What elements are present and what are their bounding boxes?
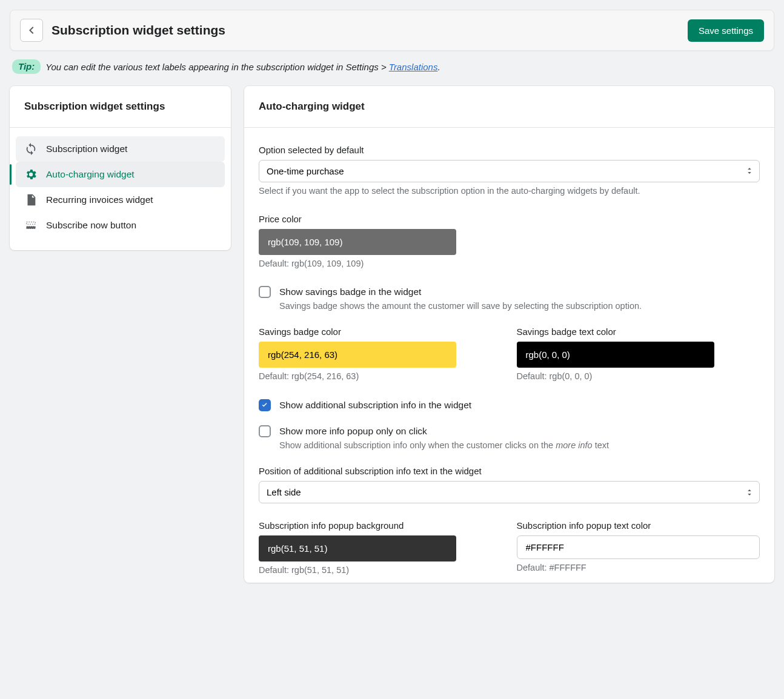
tip-text: You can edit the various text labels app… [45, 61, 440, 73]
position-info-label: Position of additional subscription info… [259, 465, 760, 477]
sidebar-card: Subscription widget settings Subscriptio… [10, 86, 231, 250]
button-icon [24, 219, 38, 232]
field-position-info: Position of additional subscription info… [259, 465, 760, 503]
show-additional-label: Show additional subscription info in the… [279, 399, 471, 412]
field-popup-text: Subscription info popup text color Defau… [517, 519, 760, 576]
sidebar-title: Subscription widget settings [10, 86, 231, 128]
popup-bg-label: Subscription info popup background [259, 519, 502, 532]
page-header: Subscription widget settings Save settin… [10, 10, 774, 51]
sidebar-item-auto-charging-widget[interactable]: Auto-charging widget [16, 162, 225, 187]
show-more-click-help-post: text [593, 440, 609, 450]
option-default-label: Option selected by default [259, 144, 760, 156]
price-color-label: Price color [259, 213, 760, 225]
show-savings-label: Show savings badge in the widget [279, 285, 642, 299]
savings-badge-text-color-label: Savings badge text color [517, 325, 760, 338]
show-more-click-checkbox[interactable] [259, 425, 271, 437]
popup-text-default: Default: #FFFFFF [517, 562, 760, 574]
popup-text-label: Subscription info popup text color [517, 519, 760, 532]
show-savings-checkbox[interactable] [259, 286, 271, 298]
show-more-click-help: Show additional subscription info only w… [279, 439, 609, 451]
field-savings-badge-color: Savings badge color rgb(254, 216, 63) De… [259, 325, 502, 382]
gear-auto-icon [24, 168, 38, 181]
field-popup-bg: Subscription info popup background rgb(5… [259, 519, 502, 576]
field-price-color: Price color rgb(109, 109, 109) Default: … [259, 213, 760, 270]
translations-link[interactable]: Translations [389, 62, 438, 72]
savings-badge-color-default: Default: rgb(254, 216, 63) [259, 370, 502, 382]
field-show-additional: Show additional subscription info in the… [259, 399, 760, 412]
arrow-left-icon [25, 24, 38, 36]
option-default-help: Select if you want the app to select the… [259, 185, 760, 197]
sidebar-item-subscription-widget[interactable]: Subscription widget [16, 136, 225, 162]
show-more-click-label: Show more info popup only on click [279, 425, 609, 438]
sidebar-item-subscribe-now-button[interactable]: Subscribe now button [16, 213, 225, 238]
savings-badge-color-swatch[interactable]: rgb(254, 216, 63) [259, 342, 456, 368]
tip-text-after: . [437, 62, 440, 72]
sidebar-item-recurring-invoices-widget[interactable]: Recurring invoices widget [16, 187, 225, 213]
tip-badge: Tip: [12, 59, 41, 74]
position-info-select[interactable]: Left side [259, 481, 760, 503]
price-color-default: Default: rgb(109, 109, 109) [259, 257, 760, 270]
save-settings-button[interactable]: Save settings [688, 19, 764, 42]
back-button[interactable] [20, 19, 43, 42]
popup-bg-default: Default: rgb(51, 51, 51) [259, 564, 502, 576]
price-color-swatch[interactable]: rgb(109, 109, 109) [259, 229, 456, 255]
field-show-more-click: Show more info popup only on click Show … [259, 425, 760, 451]
tip-banner: Tip: You can edit the various text label… [10, 51, 774, 86]
field-savings-badge-text-color: Savings badge text color rgb(0, 0, 0) De… [517, 325, 760, 382]
popup-text-input[interactable] [517, 535, 760, 559]
page-title: Subscription widget settings [51, 21, 679, 39]
savings-badge-text-color-default: Default: rgb(0, 0, 0) [517, 370, 760, 382]
savings-badge-color-label: Savings badge color [259, 325, 502, 338]
savings-badge-text-color-swatch[interactable]: rgb(0, 0, 0) [517, 342, 714, 368]
main-card: Auto-charging widget Option selected by … [244, 86, 774, 583]
show-more-click-help-pre: Show additional subscription info only w… [279, 440, 556, 450]
show-additional-checkbox[interactable] [259, 399, 271, 411]
sidebar-item-label: Subscribe now button [46, 219, 136, 232]
popup-bg-swatch[interactable]: rgb(51, 51, 51) [259, 535, 456, 562]
main-title: Auto-charging widget [244, 86, 774, 128]
show-more-click-help-em: more info [556, 440, 592, 450]
tip-text-body: You can edit the various text labels app… [45, 62, 389, 72]
show-savings-help: Savings badge shows the amount the custo… [279, 300, 642, 312]
sidebar-item-label: Subscription widget [46, 142, 127, 156]
check-icon [261, 401, 269, 409]
svg-rect-0 [27, 227, 36, 229]
sidebar-item-label: Auto-charging widget [46, 168, 135, 181]
refresh-icon [24, 142, 38, 156]
invoice-icon [24, 193, 38, 207]
field-option-default: Option selected by default One-time purc… [259, 144, 760, 197]
sidebar-item-label: Recurring invoices widget [46, 193, 153, 207]
field-show-savings: Show savings badge in the widget Savings… [259, 285, 760, 312]
option-default-select[interactable]: One-time purchase [259, 160, 760, 182]
